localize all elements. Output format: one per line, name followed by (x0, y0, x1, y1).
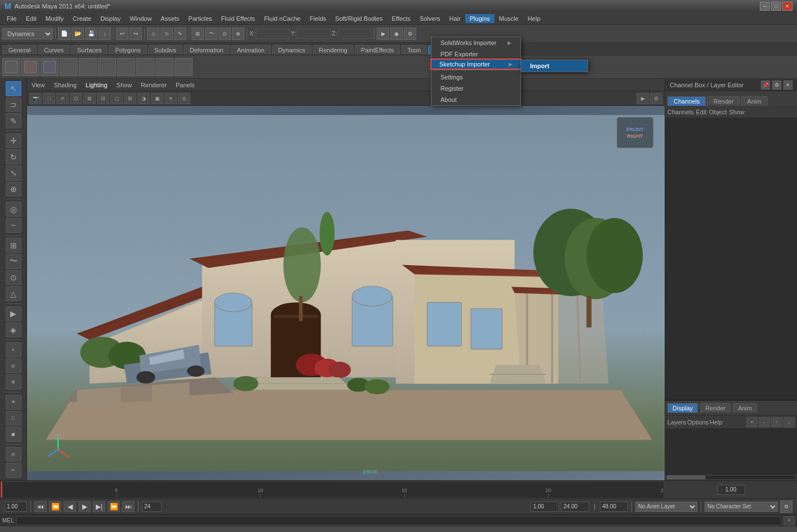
layer-new-btn[interactable]: + (746, 417, 758, 427)
menu-solidworks-importer[interactable]: SolidWorks Importer ▶ (431, 37, 520, 48)
shelf-icon-6[interactable] (98, 58, 116, 76)
vp-cam-btn[interactable]: 📷 (29, 93, 42, 104)
lasso-tool[interactable]: ⊃ (161, 28, 173, 40)
vp-render-btn[interactable]: ▶ (636, 93, 649, 104)
menu-fluid-ncache[interactable]: Fluid nCache (260, 14, 305, 23)
undo-button[interactable]: ↩ (116, 28, 128, 40)
new-scene-button[interactable]: 📄 (58, 28, 70, 40)
menu-edit[interactable]: Edit (21, 14, 41, 23)
menu-settings[interactable]: Settings (431, 71, 520, 83)
paint-select[interactable]: ✎ (174, 28, 186, 40)
y-input[interactable] (297, 29, 331, 39)
menu-file[interactable]: File (2, 14, 21, 23)
render-view-btn[interactable]: ▶ (6, 306, 21, 321)
layer-ctrl-options[interactable]: Options (687, 419, 709, 426)
menu-fields[interactable]: Fields (305, 14, 331, 23)
vp-select-btn[interactable]: ⊠ (83, 93, 96, 104)
menu-solvers[interactable]: Solvers (415, 14, 445, 23)
playback-end-frame[interactable] (142, 502, 162, 512)
menu-window[interactable]: Window (125, 14, 156, 23)
menu-particles[interactable]: Particles (184, 14, 216, 23)
vp-wireframe-btn[interactable]: ⊞ (124, 93, 136, 104)
layer-tab-render[interactable]: Render (700, 403, 731, 413)
panel-scrollbar[interactable] (665, 473, 797, 480)
menu-soft-rigid[interactable]: Soft/Rigid Bodies (331, 14, 387, 23)
render-settings-btn[interactable]: ⚙ (404, 28, 416, 40)
tab-subdivs[interactable]: Subdivs (148, 45, 182, 55)
channel-sub-edit[interactable]: Edit (696, 109, 706, 115)
playback-options-btn[interactable]: ⚙ (780, 500, 792, 513)
tab-general[interactable]: General (2, 45, 37, 55)
layer-ctrl-help[interactable]: Help (710, 419, 723, 426)
menu-hair[interactable]: Hair (445, 14, 465, 23)
scrollbar-thumb[interactable] (667, 476, 705, 479)
snap-surface-btn[interactable]: △ (6, 286, 21, 301)
script-editor-button[interactable]: ≡ (783, 516, 795, 525)
vp-menu-view[interactable]: View (32, 82, 45, 88)
ipr-btn[interactable]: ◉ (390, 28, 403, 40)
vp-menu-lighting[interactable]: Lighting (86, 82, 108, 88)
layer-del-btn[interactable]: - (759, 417, 770, 427)
menu-help[interactable]: Help (523, 14, 545, 23)
prev-frame-btn[interactable]: ◀ (64, 501, 76, 512)
select-tool[interactable]: ◇ (147, 28, 159, 40)
maximize-button[interactable]: □ (771, 2, 781, 11)
tab-deformation[interactable]: Deformation (184, 45, 230, 55)
shelf-icon-2[interactable] (21, 58, 39, 76)
mode-dropdown[interactable]: Dynamics (2, 28, 53, 39)
menu-fluid-effects[interactable]: Fluid Effects (217, 14, 260, 23)
timeline-current-time[interactable] (717, 485, 745, 495)
panel-config-btn[interactable]: ⚙ (772, 81, 781, 90)
tab-painteffects[interactable]: PaintEffects (355, 45, 400, 55)
shelf-icon-9[interactable] (155, 58, 173, 76)
panel-close-btn[interactable]: ✕ (783, 81, 792, 90)
menu-create[interactable]: Create (68, 14, 96, 23)
minimize-button[interactable]: ─ (760, 2, 770, 11)
menu-modify[interactable]: Modify (41, 14, 68, 23)
next-frame-btn[interactable]: ▶| (93, 501, 105, 512)
snap-view[interactable]: ⊕ (232, 28, 244, 40)
tab-surfaces[interactable]: Surfaces (71, 45, 108, 55)
show-manipulator-btn[interactable]: ⊕ (6, 182, 21, 197)
menu-display[interactable]: Display (96, 14, 125, 23)
vp-frame-btn[interactable]: ⊡ (70, 93, 82, 104)
channel-sub-object[interactable]: Object (709, 109, 727, 115)
skip-to-end-btn[interactable]: ⏭ (122, 501, 135, 512)
shelf-icon-1[interactable] (2, 58, 20, 76)
tab-dynamics[interactable]: Dynamics (272, 45, 311, 55)
shelf-icon-3[interactable] (41, 58, 59, 76)
hide-btn[interactable]: ◻ (6, 411, 21, 426)
snap-curve-btn[interactable]: 〜 (6, 254, 21, 269)
playback-start-frame[interactable] (5, 502, 27, 512)
tab-toon[interactable]: Toon (401, 45, 427, 55)
vp-isolate-btn[interactable]: ⊟ (97, 93, 109, 104)
layer-down-btn[interactable]: ↓ (783, 417, 795, 427)
vp-settings-btn[interactable]: ⚙ (650, 93, 662, 104)
layer-btn-1[interactable]: ≡ (6, 342, 21, 357)
vp-ambient-btn[interactable]: ◎ (178, 93, 190, 104)
menu-effects[interactable]: Effects (387, 14, 415, 23)
close-button[interactable]: ✕ (782, 2, 792, 11)
viewport-3d[interactable]: FRONT RIGHT Y X paru (27, 106, 665, 480)
snap-point-btn[interactable]: ⊙ (6, 270, 21, 285)
menu-about[interactable]: About (431, 94, 520, 105)
shelf-icon-10[interactable] (175, 58, 193, 76)
layer-tab-anim[interactable]: Anim (733, 403, 757, 413)
paint-select-btn[interactable]: ✎ (6, 113, 21, 128)
tab-animation[interactable]: Animation (231, 45, 271, 55)
range-start-input[interactable] (531, 502, 559, 512)
vp-menu-show[interactable]: Show (117, 82, 132, 88)
tab-polygons[interactable]: Polygons (109, 45, 146, 55)
menu-muscle[interactable]: Muscle (495, 14, 523, 23)
isolate-btn[interactable]: ◼ (6, 427, 21, 442)
shelf-icon-5[interactable] (79, 58, 97, 76)
redo-button[interactable]: ↪ (130, 28, 142, 40)
show-all-btn[interactable]: 👁 (6, 395, 21, 410)
menu-plugins[interactable]: Plugins (465, 14, 495, 23)
layer-ctrl-layers[interactable]: Layers (667, 419, 686, 426)
layer-btn-3[interactable]: ⊞ (6, 374, 21, 390)
anim-layer-dropdown[interactable]: No Anim Layer (635, 502, 697, 512)
save-scene-button[interactable]: 💾 (85, 28, 97, 40)
skip-to-start-btn[interactable]: ⏮ (34, 501, 47, 512)
lasso-select-btn[interactable]: ⊃ (6, 97, 21, 113)
